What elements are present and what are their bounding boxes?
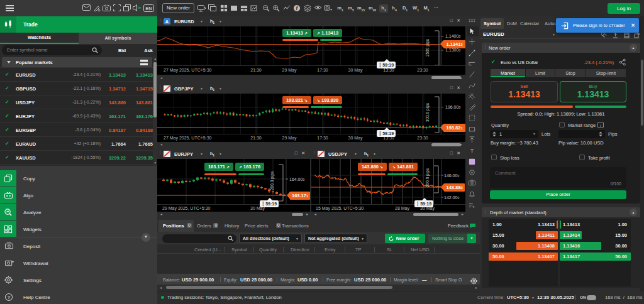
svg-text:EN: EN	[145, 6, 152, 11]
svg-text:T: T	[470, 148, 474, 155]
svg-text:1.13000: 1.13000	[445, 48, 460, 52]
svg-text:200.0 pips: 200.0 pips	[270, 171, 275, 190]
svg-text:2500 pips: 2500 pips	[425, 38, 430, 57]
svg-text:300.0 pips: 300.0 pips	[425, 102, 430, 122]
svg-text:146.000: 146.000	[444, 173, 459, 178]
svg-text:196.000: 196.000	[445, 105, 460, 109]
svg-text:?: ?	[8, 295, 11, 300]
svg-text:142.000: 142.000	[444, 195, 459, 200]
svg-text:A: A	[165, 18, 169, 24]
svg-text:500.0 pips: 500.0 pips	[425, 168, 430, 187]
svg-text:164.000: 164.000	[289, 177, 304, 182]
svg-text:1.14000: 1.14000	[445, 34, 460, 38]
